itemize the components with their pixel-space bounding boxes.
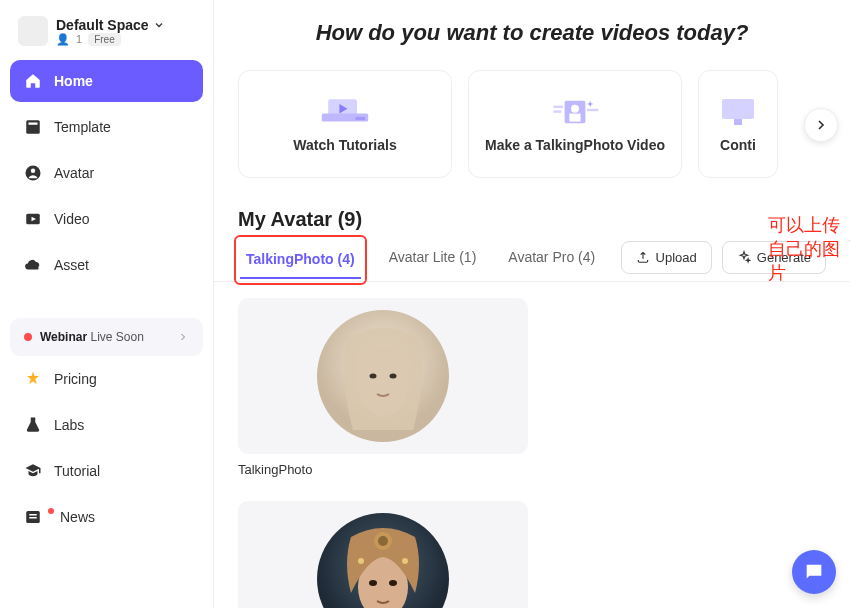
- svg-point-30: [369, 580, 377, 586]
- svg-rect-15: [569, 114, 580, 122]
- card-tutorials-label: Watch Tutorials: [293, 137, 396, 153]
- card-continue-label: Conti: [720, 137, 756, 153]
- svg-rect-20: [734, 119, 742, 125]
- avatar-image: [317, 513, 449, 608]
- webinar-label: Webinar: [40, 330, 87, 344]
- webinar-status: Live Soon: [90, 330, 143, 344]
- avatar-image: [317, 310, 449, 442]
- upload-label: Upload: [656, 250, 697, 265]
- avatar-grid: TalkingPhoto TalkingPhoto: [214, 282, 850, 608]
- svg-rect-0: [26, 120, 40, 134]
- nav-template[interactable]: Template: [10, 106, 203, 148]
- svg-point-33: [402, 558, 408, 564]
- members-icon: 👤: [56, 33, 70, 46]
- upload-button[interactable]: Upload: [621, 241, 712, 274]
- svg-point-32: [358, 558, 364, 564]
- svg-point-29: [378, 536, 388, 546]
- hero-title: How do you want to create videos today?: [214, 20, 850, 46]
- tab-talkingphoto[interactable]: TalkingPhoto (4): [240, 241, 361, 279]
- svg-point-3: [31, 169, 36, 174]
- news-notification-dot: [48, 508, 54, 514]
- talkingphoto-illustration-icon: [547, 95, 603, 129]
- nav-news-label: News: [60, 509, 95, 525]
- svg-point-25: [390, 374, 397, 379]
- nav-pricing-label: Pricing: [54, 371, 97, 387]
- main-content: How do you want to create videos today? …: [214, 0, 850, 608]
- svg-rect-19: [722, 99, 754, 119]
- avatar-card: TalkingPhoto: [238, 501, 528, 608]
- scroll-right-button[interactable]: [804, 108, 838, 142]
- sidebar: Default Space 👤 1 Free Home Template Ava…: [0, 0, 214, 608]
- nav-labs[interactable]: Labs: [10, 404, 203, 446]
- labs-icon: [24, 416, 42, 434]
- nav-home-label: Home: [54, 73, 93, 89]
- svg-point-14: [571, 105, 579, 113]
- tabs-row: TalkingPhoto (4) Avatar Lite (1) Avatar …: [214, 239, 850, 282]
- avatar-thumbnail[interactable]: [238, 298, 528, 454]
- nav-labs-label: Labs: [54, 417, 84, 433]
- pricing-icon: [24, 370, 42, 388]
- nav-news[interactable]: News: [10, 496, 203, 538]
- space-switcher[interactable]: Default Space 👤 1 Free: [10, 12, 203, 58]
- svg-rect-12: [355, 117, 365, 120]
- svg-rect-16: [553, 106, 563, 108]
- nav-pricing[interactable]: Pricing: [10, 358, 203, 400]
- tab-highlight-box: TalkingPhoto (4): [234, 235, 367, 285]
- chevron-right-icon: [813, 117, 829, 133]
- continue-illustration-icon: [710, 95, 766, 129]
- avatar-icon: [24, 164, 42, 182]
- space-avatar: [18, 16, 48, 46]
- news-icon: [24, 508, 42, 526]
- video-icon: [24, 210, 42, 228]
- chat-widget-button[interactable]: [792, 550, 836, 594]
- nav-avatar-label: Avatar: [54, 165, 94, 181]
- avatar-label: TalkingPhoto: [238, 462, 528, 477]
- section-title: My Avatar (9): [238, 208, 826, 231]
- svg-rect-18: [587, 109, 598, 111]
- avatar-card: TalkingPhoto: [238, 298, 528, 477]
- svg-rect-17: [553, 110, 561, 112]
- upload-icon: [636, 250, 650, 264]
- asset-icon: [24, 256, 42, 274]
- avatar-thumbnail[interactable]: [238, 501, 528, 608]
- members-count: 1: [76, 33, 82, 45]
- tutorials-illustration-icon: [317, 95, 373, 129]
- nav-tutorial-label: Tutorial: [54, 463, 100, 479]
- tab-avatarlite[interactable]: Avatar Lite (1): [383, 239, 483, 281]
- svg-point-31: [389, 580, 397, 586]
- annotation-text: 可以上传自己的图片: [768, 213, 850, 285]
- card-talkingphoto-label: Make a TalkingPhoto Video: [485, 137, 665, 153]
- nav-template-label: Template: [54, 119, 111, 135]
- card-watch-tutorials[interactable]: Watch Tutorials: [238, 70, 452, 178]
- svg-point-24: [370, 374, 377, 379]
- live-dot-icon: [24, 333, 32, 341]
- nav-video[interactable]: Video: [10, 198, 203, 240]
- template-icon: [24, 118, 42, 136]
- plan-badge: Free: [88, 33, 121, 46]
- nav-asset[interactable]: Asset: [10, 244, 203, 286]
- nav-asset-label: Asset: [54, 257, 89, 273]
- annotation-arrow-icon: [842, 236, 850, 280]
- chevron-right-icon: [177, 331, 189, 343]
- tab-avatarpro[interactable]: Avatar Pro (4): [502, 239, 601, 281]
- tutorial-icon: [24, 462, 42, 480]
- chat-icon: [803, 561, 825, 583]
- space-name: Default Space: [56, 17, 149, 33]
- home-icon: [24, 72, 42, 90]
- nav-video-label: Video: [54, 211, 90, 227]
- nav-avatar[interactable]: Avatar: [10, 152, 203, 194]
- sparkle-icon: [737, 250, 751, 264]
- webinar-banner[interactable]: Webinar Live Soon: [10, 318, 203, 356]
- svg-rect-1: [29, 123, 38, 125]
- card-talkingphoto[interactable]: Make a TalkingPhoto Video: [468, 70, 682, 178]
- nav-tutorial[interactable]: Tutorial: [10, 450, 203, 492]
- card-continue[interactable]: Conti: [698, 70, 778, 178]
- chevron-down-icon: [153, 19, 165, 31]
- nav-home[interactable]: Home: [10, 60, 203, 102]
- quick-actions-row: Watch Tutorials Make a TalkingPhoto Vide…: [214, 70, 850, 178]
